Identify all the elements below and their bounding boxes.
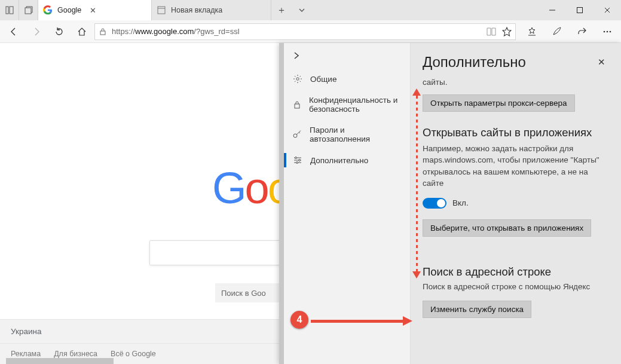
- tab-newtab[interactable]: Новая вкладка: [152, 0, 271, 20]
- title-bar: Google ✕ Новая вкладка ＋: [0, 0, 621, 20]
- nav-label: Общие: [310, 75, 336, 84]
- search-desc: Поиск в адресной строке с помощью Яндекс: [423, 281, 610, 293]
- svg-point-15: [295, 157, 297, 159]
- apps-desc: Например, можно задать настройки для map…: [423, 143, 610, 189]
- close-pane-button[interactable]: ✕: [592, 57, 610, 68]
- nav-item-privacy[interactable]: Конфиденциальность и безопасность: [284, 90, 410, 120]
- sidebar-icon: [5, 6, 14, 14]
- chevron-down-icon: [298, 7, 305, 14]
- home-button[interactable]: [72, 22, 92, 42]
- back-button[interactable]: [4, 22, 24, 42]
- lock-icon: [99, 27, 107, 36]
- search-heading: Поиск в адресной строке: [423, 265, 610, 279]
- tab-title: Google: [57, 6, 81, 14]
- nav-label: Дополнительно: [310, 156, 368, 165]
- svg-point-17: [296, 162, 298, 164]
- svg-rect-6: [577, 8, 583, 13]
- svg-point-10: [607, 30, 608, 32]
- svg-rect-2: [25, 8, 31, 14]
- share-button[interactable]: [572, 22, 592, 42]
- svg-point-16: [299, 160, 301, 161]
- address-bar[interactable]: https://www.google.com/?gws_rd=ssl: [94, 23, 516, 40]
- svg-point-12: [296, 78, 299, 80]
- maximize-button[interactable]: [566, 0, 594, 20]
- change-search-button[interactable]: Изменить службу поиска: [423, 301, 531, 318]
- nav-item-general[interactable]: Общие: [284, 68, 410, 90]
- close-window-button[interactable]: [594, 0, 621, 20]
- more-icon: [602, 26, 613, 37]
- flyout-scrollbar[interactable]: [279, 43, 284, 364]
- nav-item-passwords[interactable]: Пароли и автозаполнения: [284, 120, 410, 149]
- window-controls: [539, 0, 621, 20]
- nav-label: Пароли и автозаполнения: [310, 126, 402, 143]
- favorite-icon[interactable]: [502, 27, 512, 36]
- forward-button[interactable]: [26, 22, 47, 42]
- settings-flyout: Общие Конфиденциальность и безопасность …: [279, 43, 621, 364]
- nav-label: Конфиденциальность и безопасность: [309, 96, 402, 114]
- tab-google[interactable]: Google ✕: [38, 0, 152, 20]
- svg-rect-0: [6, 7, 8, 14]
- gear-icon: [292, 74, 303, 84]
- reading-view-icon[interactable]: [487, 27, 496, 36]
- horizontal-scrollbar[interactable]: [6, 358, 114, 364]
- page-icon: [157, 5, 166, 15]
- svg-rect-3: [158, 7, 165, 14]
- proxy-tail-text: сайты.: [423, 77, 610, 88]
- tabs-icon: [25, 6, 33, 14]
- tabs-dropdown-button[interactable]: [292, 0, 312, 20]
- apps-heading: Открывать сайты в приложениях: [423, 126, 610, 139]
- arrow-right-icon: [31, 26, 42, 37]
- refresh-button[interactable]: [49, 22, 69, 42]
- footer-link[interactable]: Для бизнеса: [54, 350, 97, 358]
- toolbar: https://www.google.com/?gws_rd=ssl: [0, 20, 621, 43]
- svg-point-11: [610, 30, 611, 32]
- home-icon: [77, 26, 87, 37]
- arrow-left-icon: [8, 26, 19, 37]
- sliders-icon: [292, 155, 303, 165]
- open-proxy-button[interactable]: Открыть параметры прокси-сервера: [423, 94, 575, 112]
- nav-back-button[interactable]: [284, 43, 410, 68]
- choose-apps-button[interactable]: Выберите, что открывать в приложениях: [423, 219, 591, 237]
- star-list-icon: [527, 26, 537, 37]
- footer-link[interactable]: Реклама: [11, 350, 41, 358]
- refresh-icon: [54, 26, 65, 37]
- svg-rect-7: [100, 31, 105, 35]
- svg-rect-13: [295, 104, 299, 108]
- lock-icon: [292, 100, 302, 109]
- svg-rect-1: [10, 7, 13, 14]
- pen-icon: [552, 26, 562, 37]
- search-button[interactable]: Поиск в Goo: [215, 283, 287, 302]
- chevron-right-icon: [292, 51, 301, 60]
- settings-pane: Дополнительно ✕ сайты. Открыть параметры…: [411, 43, 621, 364]
- share-icon: [577, 26, 588, 37]
- minimize-button[interactable]: [539, 0, 566, 20]
- key-icon: [292, 130, 302, 139]
- favorites-button[interactable]: [522, 22, 542, 42]
- tab-group-button-1[interactable]: [0, 0, 19, 20]
- apps-toggle-label: Вкл.: [452, 198, 469, 207]
- more-button[interactable]: [597, 22, 617, 42]
- tab-group-button-2[interactable]: [19, 0, 38, 20]
- close-tab-icon[interactable]: ✕: [90, 6, 96, 15]
- svg-point-9: [604, 30, 605, 32]
- pane-title: Дополнительно: [423, 54, 592, 71]
- tab-title: Новая вкладка: [171, 6, 222, 14]
- apps-toggle[interactable]: [423, 198, 446, 209]
- nav-item-advanced[interactable]: Дополнительно: [284, 149, 410, 171]
- notes-button[interactable]: [547, 22, 567, 42]
- url-text: https://www.google.com/?gws_rd=ssl: [112, 27, 482, 36]
- settings-nav: Общие Конфиденциальность и безопасность …: [284, 43, 411, 364]
- google-favicon: [43, 5, 53, 15]
- footer-link[interactable]: Всё о Google: [111, 350, 156, 358]
- svg-point-14: [293, 134, 297, 137]
- new-tab-button[interactable]: ＋: [271, 0, 292, 20]
